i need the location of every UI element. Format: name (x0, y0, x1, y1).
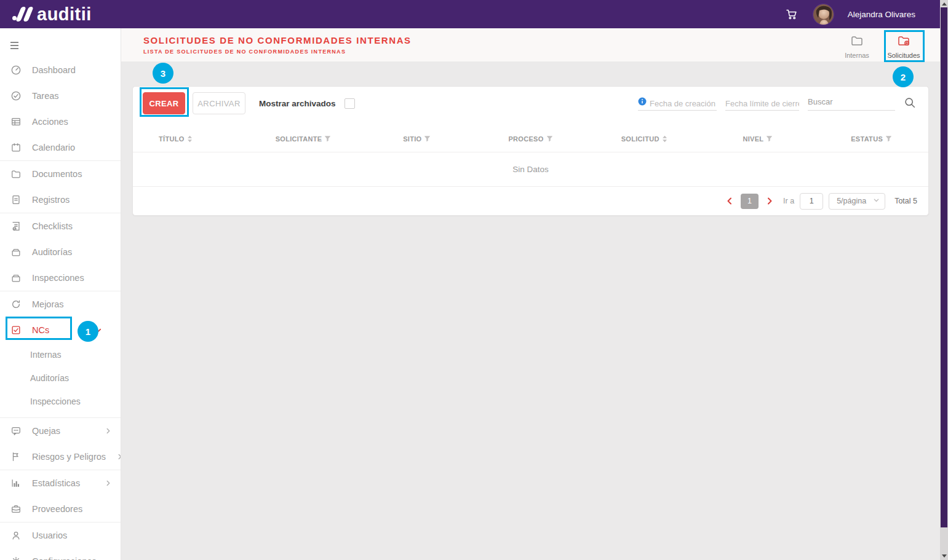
view-switch: Internas Solicitudes (838, 29, 923, 61)
flag-icon (10, 451, 22, 462)
sidebar-item-checklists[interactable]: Checklists (0, 213, 121, 239)
goto-page-input[interactable] (800, 193, 823, 210)
sidebar-item-label: Tareas (32, 91, 59, 101)
sidebar-item-label: Documentos (32, 169, 82, 179)
sidebar-item-calendario[interactable]: Calendario (0, 135, 121, 160)
sidebar-item-label: Checklists (32, 221, 73, 231)
sidebar-item-ncs[interactable]: NCs (0, 317, 121, 343)
column-header-titulo[interactable]: TÍTULO (133, 135, 247, 143)
logo-icon (12, 7, 31, 22)
sidebar-item-label: Mejoras (32, 299, 64, 309)
sidebar-item-label: Acciones (32, 117, 68, 127)
column-label: SOLICITUD (621, 135, 659, 143)
cart-icon[interactable] (784, 7, 799, 22)
sidebar-item-documentos[interactable]: Documentos (0, 161, 121, 187)
sidebar-item-dashboard[interactable]: Dashboard (0, 57, 121, 83)
sidebar-item-label: Proveedores (32, 504, 82, 514)
pagination: 1 Ir a 5/página Total 5 (133, 187, 928, 215)
sidebar-item-configuraciones[interactable]: Configuraciones (0, 548, 121, 560)
sidebar-item-riesgos-y-peligros[interactable]: Riesgos y Peligros (0, 444, 121, 470)
sidebar-item-label: Inspecciones (30, 396, 81, 406)
crear-button[interactable]: CREAR (143, 92, 185, 114)
column-header-sitio[interactable]: SITIO (360, 135, 474, 143)
column-header-nivel[interactable]: NIVEL (701, 135, 815, 143)
user-avatar[interactable] (813, 4, 834, 25)
current-page-button[interactable]: 1 (741, 194, 759, 209)
page-title: SOLICITUDES DE NO CONFORMIDADES INTERNAS (143, 35, 412, 45)
buscar-input[interactable] (808, 97, 895, 106)
fecha-limite-field[interactable] (725, 99, 799, 111)
sidebar-subitem-inspecciones[interactable]: Inspecciones (0, 390, 121, 413)
search-icon[interactable] (904, 96, 917, 109)
user-name[interactable]: Alejandra Olivares (848, 10, 915, 19)
column-header-solicitante[interactable]: SOLICITANTE (247, 135, 360, 143)
column-header-proceso[interactable]: PROCESO (474, 135, 588, 143)
topbar: auditii Alejandra Olivares (0, 0, 940, 28)
page-header: SOLICITUDES DE NO CONFORMIDADES INTERNAS… (121, 28, 940, 61)
sidebar-item-auditorias[interactable]: Auditorías (0, 239, 121, 265)
sort-icon[interactable] (187, 135, 193, 143)
sidebar-item-label: NCs (32, 325, 49, 335)
column-header-estatus[interactable]: ESTATUS (815, 135, 928, 143)
sidebar-item-label: Auditorías (32, 247, 72, 257)
sidebar-item-estadisticas[interactable]: Estadísticas (0, 470, 121, 496)
app-logo[interactable]: auditii (12, 4, 92, 25)
sidebar-item-tareas[interactable]: Tareas (0, 83, 121, 109)
goto-page-label: Ir a (783, 197, 794, 205)
next-page-icon[interactable] (764, 195, 775, 207)
filter-icon[interactable] (766, 135, 773, 142)
fecha-creacion-input[interactable] (650, 99, 717, 108)
vertical-scrollbar[interactable] (940, 0, 948, 560)
sidebar-item-quejas[interactable]: Quejas (0, 418, 121, 444)
sidebar-item-label: Registros (32, 195, 70, 205)
table-grid-icon (10, 116, 22, 127)
sidebar-item-label: Inspecciones (32, 273, 84, 283)
sidebar-item-label: Configuraciones (32, 556, 97, 560)
filter-icon[interactable] (885, 135, 892, 142)
scroll-up-icon[interactable] (942, 2, 947, 6)
column-label: PROCESO (508, 135, 543, 143)
sidebar-item-label: Internas (30, 350, 62, 360)
sidebar-subitem-internas[interactable]: Internas (0, 343, 121, 366)
filter-icon[interactable] (424, 135, 431, 142)
mostrar-archivados-checkbox[interactable] (345, 98, 355, 109)
sidebar-item-mejoras[interactable]: Mejoras (0, 291, 121, 317)
sidebar-item-inspecciones[interactable]: Inspecciones (0, 265, 121, 291)
sidebar-item-label: Estadísticas (32, 478, 80, 488)
view-tab-internas[interactable]: Internas (838, 29, 876, 59)
view-tab-solicitudes[interactable]: Solicitudes (885, 29, 923, 61)
previous-page-icon[interactable] (724, 195, 735, 207)
sidebar-item-registros[interactable]: Registros (0, 187, 121, 213)
sidebar-item-label: Quejas (32, 426, 60, 436)
briefcase-icon (10, 503, 22, 515)
bar-chart-icon (10, 478, 22, 489)
menu-toggle-icon[interactable] (0, 28, 121, 57)
scroll-down-icon[interactable] (942, 554, 947, 558)
toolbar-filters (638, 96, 917, 111)
fecha-creacion-field[interactable] (638, 97, 717, 111)
mostrar-archivados-label: Mostrar archivados (259, 99, 336, 108)
logo-text: auditii (37, 4, 92, 25)
archivar-button[interactable]: ARCHIVAR (193, 92, 245, 114)
chevron-right-icon (105, 479, 112, 487)
sort-icon[interactable] (662, 135, 667, 143)
sidebar-item-proveedores[interactable]: Proveedores (0, 496, 121, 522)
scrollbar-thumb[interactable] (941, 7, 947, 527)
checklist-icon (10, 221, 22, 232)
page-size-select[interactable]: 5/página (829, 193, 885, 210)
filter-icon[interactable] (546, 135, 553, 142)
sidebar-item-usuarios[interactable]: Usuarios (0, 523, 121, 548)
sidebar-item-label: Calendario (32, 143, 75, 152)
user-icon (10, 530, 22, 541)
column-header-solicitud[interactable]: SOLICITUD (588, 135, 701, 143)
fecha-limite-input[interactable] (725, 99, 799, 108)
filter-icon[interactable] (324, 135, 331, 142)
column-label: NIVEL (743, 135, 763, 143)
sidebar-subitem-auditorias[interactable]: Auditorías (0, 366, 121, 390)
buscar-field[interactable] (808, 97, 895, 111)
sidebar: Dashboard Tareas Acciones Calendario Doc… (0, 28, 121, 560)
list-card: CREAR ARCHIVAR Mostrar archivados (132, 86, 929, 216)
chevron-right-icon (116, 453, 121, 460)
sidebar-item-acciones[interactable]: Acciones (0, 109, 121, 135)
info-icon (638, 97, 647, 108)
